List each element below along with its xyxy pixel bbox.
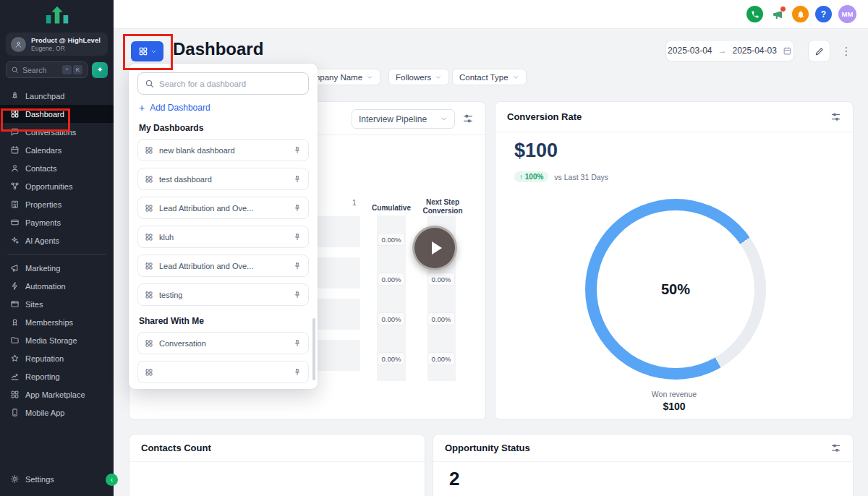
add-dashboard-button[interactable]: + Add Dashboard — [139, 103, 307, 113]
list-item-dashboard[interactable]: new blank dashboard — [137, 139, 309, 161]
conversion-amount: $100 — [514, 140, 558, 162]
sidebar-item-launchpad[interactable]: Launchpad — [0, 87, 114, 105]
card-title: Conversion Rate — [507, 111, 582, 122]
sidebar-item-opportunities[interactable]: Opportunities — [0, 177, 114, 195]
sidebar-item-calendars[interactable]: Calendars — [0, 141, 114, 159]
ai-assistant-button[interactable]: ✦ — [92, 62, 108, 78]
star-icon — [10, 354, 20, 363]
edit-dashboard-button[interactable] — [808, 40, 830, 62]
browser-icon — [10, 299, 20, 309]
sidebar-item-settings[interactable]: Settings — [0, 470, 114, 488]
sidebar-item-reputation[interactable]: Reputation — [0, 349, 114, 367]
dashboard-grid-icon — [145, 368, 153, 377]
change-badge: ↑ 100% — [514, 171, 548, 182]
calendar-icon — [783, 46, 792, 56]
sidebar-item-dashboard[interactable]: Dashboard — [0, 105, 114, 123]
dashboard-grid-icon — [145, 291, 153, 299]
donut-footer-label: Won revenue — [495, 390, 853, 398]
dashboard-grid-icon — [145, 233, 153, 241]
sidebar-item-payments[interactable]: Payments — [0, 213, 114, 231]
date-from: 2025-03-04 — [668, 46, 712, 56]
topbar: ? MM — [114, 0, 868, 29]
sidebar-item-sites[interactable]: Sites — [0, 295, 114, 313]
dashboard-search-input[interactable]: Search for a dashboard — [137, 72, 309, 95]
phone-button[interactable] — [746, 6, 763, 22]
card-settings-icon[interactable] — [830, 442, 841, 453]
pin-icon[interactable] — [293, 339, 302, 348]
phone-icon — [751, 10, 760, 19]
contacts-count-card: Contacts Count — [129, 434, 425, 496]
user-icon — [10, 163, 20, 173]
more-options-button[interactable]: ⋮ — [839, 40, 854, 62]
card-settings-icon[interactable] — [830, 111, 841, 122]
sidebar-item-mobile-app[interactable]: Mobile App — [0, 403, 114, 422]
list-item-dashboard[interactable]: Conversation — [137, 332, 309, 354]
date-arrow-icon: → — [718, 46, 727, 56]
notification-dot — [780, 6, 786, 12]
account-switcher[interactable]: Product @ HighLevel Eugene, OR — [6, 33, 108, 56]
list-item-dashboard[interactable]: testing — [137, 283, 309, 306]
announcements-button[interactable] — [770, 7, 786, 22]
sparkle-icon — [10, 236, 20, 245]
sidebar-search-input[interactable]: Search ^ K — [6, 61, 88, 78]
sidebar-item-app-marketplace[interactable]: App Marketplace — [0, 385, 114, 403]
account-avatar — [11, 37, 26, 52]
sidebar-item-conversations[interactable]: Conversations — [0, 123, 114, 141]
pin-icon[interactable] — [293, 291, 302, 299]
dashboard-switcher-panel: Search for a dashboard + Add Dashboard M… — [129, 64, 318, 389]
axis-label: 1 — [352, 199, 357, 207]
nodes-icon — [10, 181, 20, 191]
dashboard-grid-icon — [145, 175, 153, 184]
sidebar-item-properties[interactable]: Properties — [0, 195, 114, 213]
account-name: Product @ HighLevel — [31, 36, 101, 45]
sidebar-item-reporting[interactable]: Reporting — [0, 367, 114, 385]
pin-icon[interactable] — [293, 233, 302, 241]
list-item-partial[interactable] — [137, 361, 309, 383]
card-settings-icon[interactable] — [462, 113, 474, 124]
sidebar-item-automation[interactable]: Automation — [0, 277, 114, 295]
calendar-icon — [10, 145, 20, 155]
filter-followers[interactable]: Followers — [388, 69, 449, 85]
sidebar-nav: Launchpad Dashboard Conversations Calend… — [0, 87, 114, 422]
notifications-button[interactable] — [792, 6, 809, 22]
sidebar-item-media-storage[interactable]: Media Storage — [0, 331, 114, 349]
play-icon — [432, 241, 442, 255]
pin-icon[interactable] — [293, 146, 302, 155]
pin-icon[interactable] — [293, 262, 302, 270]
rocket-icon — [10, 91, 20, 101]
bell-icon — [796, 10, 805, 19]
cumulative-value: 0.00% — [378, 352, 405, 365]
dashboard-grid-icon — [145, 339, 153, 348]
list-item-dashboard[interactable]: Lead Attribution and Ove... — [137, 197, 309, 219]
list-item-dashboard[interactable]: kluh — [137, 226, 309, 248]
filter-contact-type[interactable]: Contact Type — [452, 69, 527, 85]
user-avatar[interactable]: MM — [838, 5, 856, 23]
sidebar-item-ai-agents[interactable]: AI Agents — [0, 231, 114, 249]
sidebar-item-memberships[interactable]: Memberships — [0, 313, 114, 331]
help-button[interactable]: ? — [815, 6, 832, 22]
opportunity-value: 2 — [449, 468, 459, 490]
pin-icon[interactable] — [293, 175, 302, 184]
donut-center-value: 50% — [661, 281, 690, 298]
list-item-dashboard[interactable]: Lead Attribution and Ove... — [137, 255, 309, 277]
megaphone-icon — [10, 263, 20, 273]
video-play-button[interactable] — [412, 226, 457, 270]
pipeline-select[interactable]: Interview Pipeline — [352, 109, 455, 129]
cumulative-value: 0.00% — [378, 273, 405, 286]
search-shortcut-keys: ^ K — [62, 65, 82, 74]
page-title: Dashboard — [173, 39, 263, 59]
list-item-dashboard[interactable]: test dashboard — [137, 168, 309, 190]
sidebar-collapse-button[interactable]: ‹ — [106, 474, 118, 486]
sidebar-item-contacts[interactable]: Contacts — [0, 159, 114, 177]
apps-grid-icon — [10, 390, 20, 399]
date-range-picker[interactable]: 2025-03-04 → 2025-04-03 — [665, 40, 794, 61]
panel-scrollbar[interactable] — [312, 318, 315, 380]
dashboard-switcher-button[interactable] — [131, 41, 163, 61]
chevron-down-icon — [366, 74, 373, 81]
pin-icon[interactable] — [293, 368, 302, 377]
column-header-cumulative: Cumulative — [362, 204, 420, 213]
sidebar-item-marketing[interactable]: Marketing — [0, 259, 114, 277]
opportunity-status-card: Opportunity Status 2 — [433, 434, 854, 496]
nav-divider — [7, 254, 106, 255]
pin-icon[interactable] — [293, 204, 302, 213]
